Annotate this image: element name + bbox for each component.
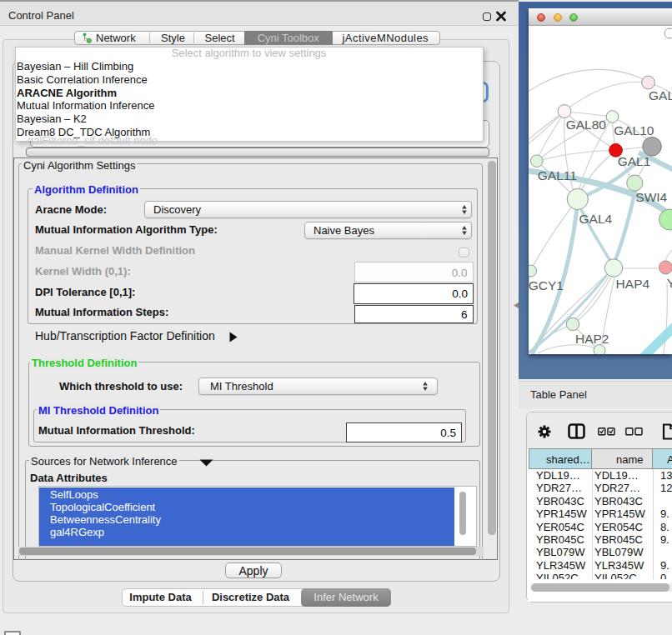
svg-text:GAL4: GAL4 — [579, 212, 613, 226]
svg-text:HAP4: HAP4 — [616, 277, 650, 291]
svg-text:GAL11: GAL11 — [538, 168, 577, 182]
svg-text:GAL1: GAL1 — [618, 154, 651, 168]
svg-text:GAL7: GAL7 — [649, 88, 672, 102]
svg-text:GAL80: GAL80 — [566, 118, 607, 132]
svg-text:GAL10: GAL10 — [614, 123, 654, 138]
svg-text:Y: Y — [667, 276, 672, 290]
svg-text:HAP2: HAP2 — [575, 332, 609, 346]
svg-text:SWI4: SWI4 — [635, 190, 667, 204]
svg-text:GCY1: GCY1 — [529, 278, 564, 292]
